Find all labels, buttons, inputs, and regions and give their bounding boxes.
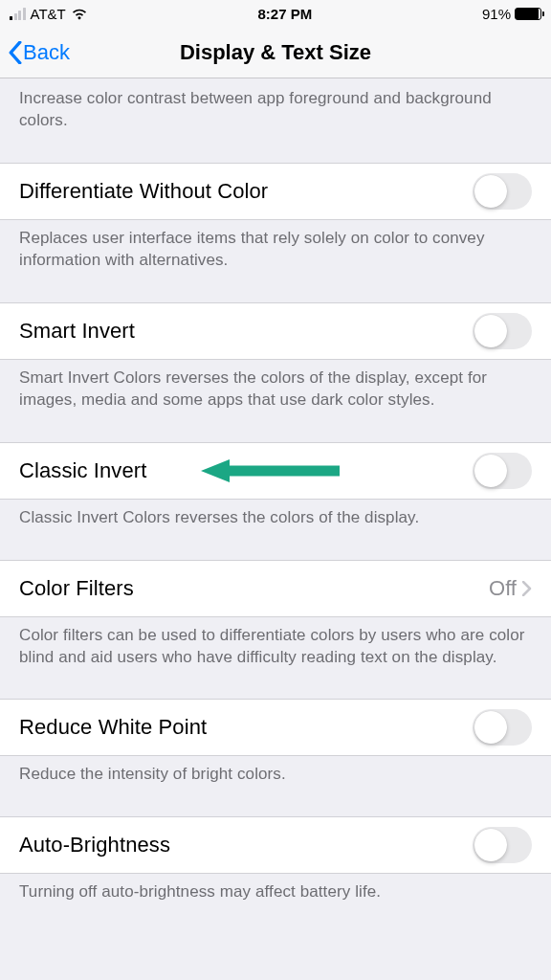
status-time: 8:27 PM: [258, 6, 313, 22]
nav-bar: Back Display & Text Size: [0, 27, 551, 78]
classic-invert-row[interactable]: Classic Invert: [0, 442, 551, 500]
back-button[interactable]: Back: [0, 40, 70, 65]
differentiate-without-color-toggle[interactable]: [473, 173, 532, 210]
color-filters-value: Off: [489, 576, 532, 601]
classic-invert-description: Classic Invert Colors reverses the color…: [0, 500, 551, 541]
page-title: Display & Text Size: [0, 40, 551, 65]
status-right: 91%: [482, 6, 541, 22]
signal-strength-icon: [10, 8, 26, 20]
classic-invert-toggle[interactable]: [473, 453, 532, 489]
battery-percent: 91%: [482, 6, 511, 22]
smart-invert-toggle[interactable]: [473, 313, 532, 349]
row-label: Reduce White Point: [19, 715, 207, 740]
status-bar: AT&T 8:27 PM 91%: [0, 0, 551, 27]
chevron-left-icon: [8, 41, 23, 64]
back-label: Back: [23, 40, 70, 65]
row-label: Smart Invert: [19, 319, 135, 344]
carrier-label: AT&T: [31, 6, 66, 22]
status-left: AT&T: [10, 6, 88, 22]
arrow-annotation-icon: [201, 457, 344, 485]
differentiate-without-color-row[interactable]: Differentiate Without Color: [0, 163, 551, 220]
auto-brightness-description: Turning off auto-brightness may affect b…: [0, 874, 551, 915]
chevron-right-icon: [522, 581, 532, 596]
color-filters-description: Color filters can be used to differentia…: [0, 617, 551, 680]
differentiate-without-color-description: Replaces user interface items that rely …: [0, 220, 551, 283]
auto-brightness-row[interactable]: Auto-Brightness: [0, 816, 551, 874]
row-label: Differentiate Without Color: [19, 179, 268, 204]
row-label: Classic Invert: [19, 458, 146, 483]
battery-icon: [515, 8, 541, 20]
wifi-icon: [71, 8, 88, 20]
reduce-white-point-row[interactable]: Reduce White Point: [0, 699, 551, 756]
value-text: Off: [489, 576, 517, 601]
auto-brightness-toggle[interactable]: [473, 827, 532, 863]
row-label: Color Filters: [19, 576, 134, 601]
reduce-white-point-toggle[interactable]: [473, 709, 532, 746]
color-filters-row[interactable]: Color Filters Off: [0, 560, 551, 617]
reduce-white-point-description: Reduce the intensity of bright colors.: [0, 756, 551, 797]
settings-list[interactable]: Increase color contrast between app fore…: [0, 78, 551, 980]
smart-invert-row[interactable]: Smart Invert: [0, 302, 551, 360]
row-label: Auto-Brightness: [19, 833, 170, 858]
contrast-description: Increase color contrast between app fore…: [0, 78, 551, 144]
smart-invert-description: Smart Invert Colors reverses the colors …: [0, 360, 551, 423]
